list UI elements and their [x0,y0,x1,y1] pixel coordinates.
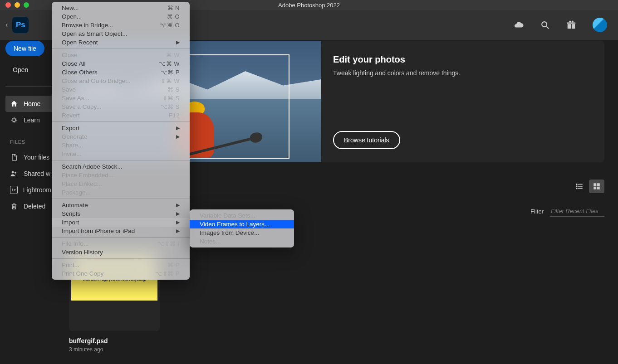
filter-input[interactable] [550,206,604,217]
sidebar-item-home[interactable]: Home [5,96,56,112]
sidebar-item-shared[interactable]: Shared with you [5,165,56,182]
sidebar-nav: Home Learn [5,96,56,128]
grid-view-button[interactable] [589,180,604,193]
submenu-arrow-icon: ▶ [176,134,180,140]
menu-item-invite: Invite... [52,150,190,158]
sidebar-item-label: Home [24,100,40,107]
submenu-arrow-icon: ▶ [176,219,180,225]
menu-item-save-copy: Save a Copy...⌥⌘ S [52,102,190,111]
maximize-window-button[interactable] [24,2,29,8]
suggestion-description: Tweak lighting and colors and remove thi… [333,69,593,77]
file-name: buffergif.psd [69,337,160,345]
menu-shortcut: F12 [169,112,180,119]
view-toggle [572,180,604,193]
close-window-button[interactable] [5,2,11,8]
menu-item-search-stock[interactable]: Search Adobe Stock... [52,162,190,171]
svg-point-14 [576,186,577,187]
import-submenu: Variable Data Sets... Video Frames to La… [190,209,294,248]
svg-rect-17 [597,183,600,186]
menu-shortcut: ⌘ S [167,86,180,93]
submenu-item-images-device[interactable]: Images from Device... [190,228,294,237]
submenu-arrow-icon: ▶ [176,228,180,234]
open-button[interactable]: Open [5,63,56,77]
menu-item-open-smart-object[interactable]: Open as Smart Object... [52,29,190,38]
submenu-item-video-frames[interactable]: Video Frames to Layers... [190,220,294,228]
list-view-button[interactable] [572,180,587,193]
menu-item-save: Save⌘ S [52,85,190,94]
menu-item-scripts[interactable]: Scripts▶ [52,209,190,218]
file-icon [10,153,18,161]
suggestion-title: Edit your photos [333,54,593,65]
svg-point-13 [576,184,577,185]
filter-label: Filter [530,208,544,215]
user-avatar[interactable] [593,18,607,32]
menu-item-print-one: Print One Copy⌥⇧⌘ P [52,269,190,278]
menu-item-label: Print... [62,262,79,268]
menu-separator [52,160,190,160]
file-modified-time: 3 minutes ago [69,346,160,353]
menu-item-label: Browse in Bridge... [62,22,113,29]
menu-item-label: Package... [62,189,91,196]
back-chevron-icon[interactable]: ‹ [5,21,8,29]
menu-item-label: Import [62,219,79,226]
menu-item-open[interactable]: Open...⌘ O [52,12,190,21]
gift-icon[interactable] [566,20,576,30]
menu-item-open-recent[interactable]: Open Recent▶ [52,38,190,47]
menu-item-label: Close [62,52,78,58]
menu-item-close: Close⌘ W [52,51,190,59]
menu-item-label: Print One Copy [62,270,103,277]
menu-item-close-all[interactable]: Close All⌥⌘ W [52,59,190,68]
menu-item-label: Save a Copy... [62,103,102,110]
svg-point-6 [572,21,574,23]
menu-item-export[interactable]: Export▶ [52,124,190,132]
menu-item-import[interactable]: Import▶ [52,218,190,227]
cloud-icon[interactable] [514,20,524,30]
svg-rect-2 [568,24,571,29]
svg-point-9 [15,172,16,174]
menu-item-label: Search Adobe Stock... [62,163,123,170]
sidebar-item-label: Deleted [24,203,45,210]
menu-item-label: Save As... [62,95,89,102]
sidebar-item-deleted[interactable]: Deleted [5,198,56,214]
menu-item-label: Close Others [62,69,98,76]
minimize-window-button[interactable] [15,2,20,8]
menu-item-new[interactable]: New...⌘ N [52,4,190,12]
menu-item-version-history[interactable]: Version History [52,248,190,257]
svg-point-5 [569,21,571,23]
menu-item-label: Open Recent [62,39,98,46]
menu-item-label: Variable Data Sets... [200,212,255,219]
menu-item-browse-bridge[interactable]: Browse in Bridge...⌥⌘ O [52,21,190,29]
menu-item-label: Close and Go to Bridge... [62,78,131,84]
sidebar-item-learn[interactable]: Learn [5,112,56,128]
menu-item-label: Import from iPhone or iPad [62,228,135,234]
menu-item-automate[interactable]: Automate▶ [52,201,190,209]
menu-item-label: Export [62,125,79,131]
search-icon[interactable] [540,20,550,30]
topbar-icon-group [514,18,607,32]
sidebar-item-lightroom[interactable]: Lr Lightroom [5,182,56,198]
menu-shortcut: ⌘ N [167,5,180,11]
photoshop-logo: Ps [12,17,29,33]
menu-item-package: Package... [52,188,190,197]
sidebar-item-your-files[interactable]: Your files [5,149,56,165]
people-icon [10,170,18,178]
menu-shortcut: ⌥⇧⌘ I [157,240,180,247]
browse-tutorials-button[interactable]: Browse tutorials [333,131,400,149]
menu-item-save-as: Save As...⇧⌘ S [52,94,190,102]
menu-item-label: Close All [62,60,86,67]
menu-shortcut: ⌥⌘ P [161,69,180,76]
menu-item-generate: Generate▶ [52,132,190,141]
new-file-button[interactable]: New file [5,41,44,56]
menu-item-place-embedded: Place Embedded... [52,171,190,180]
submenu-item-notes: Notes... [190,237,294,246]
submenu-arrow-icon: ▶ [176,39,180,45]
home-icon [10,100,18,108]
sidebar-item-label: Your files [24,154,49,161]
menu-item-label: Images from Device... [200,229,259,236]
menu-separator [52,199,190,199]
menu-item-import-iphone[interactable]: Import from iPhone or iPad▶ [52,227,190,235]
menu-item-close-others[interactable]: Close Others⌥⌘ P [52,68,190,77]
menu-separator [52,258,190,259]
svg-line-1 [546,26,549,29]
menu-item-label: Generate [62,133,87,140]
